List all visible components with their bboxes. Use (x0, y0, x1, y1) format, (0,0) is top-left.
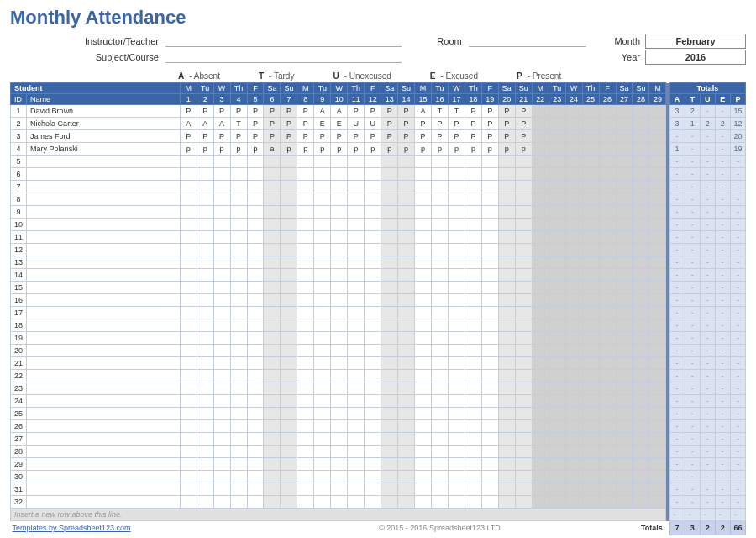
table-row[interactable]: 18----- (11, 319, 746, 332)
table-row[interactable]: 10----- (11, 219, 746, 231)
table-row[interactable]: 7----- (11, 181, 746, 193)
room-label: Room (418, 36, 469, 46)
table-row[interactable]: 28----- (11, 446, 746, 458)
table-row[interactable]: 32----- (11, 496, 746, 509)
table-row[interactable]: 6----- (11, 168, 746, 181)
student-header: Student (11, 83, 181, 94)
table-row[interactable]: 31----- (11, 483, 746, 496)
subject-field[interactable] (165, 51, 402, 63)
table-row[interactable]: 14----- (11, 269, 746, 282)
table-row[interactable]: 22----- (11, 370, 746, 382)
table-row[interactable]: 17----- (11, 307, 746, 319)
month-value[interactable]: February (645, 34, 746, 49)
table-row[interactable]: 13----- (11, 256, 746, 269)
table-row[interactable]: 26----- (11, 420, 746, 433)
year-value[interactable]: 2016 (645, 50, 746, 65)
table-row[interactable]: 27----- (11, 433, 746, 446)
footer-row: Templates by Spreadsheet123.com© 2015 - … (11, 521, 746, 535)
page-title: Monthly Attendance (10, 7, 746, 29)
table-row[interactable]: 15----- (11, 282, 746, 294)
instructor-field[interactable] (165, 35, 402, 47)
table-row[interactable]: 3James FordPPPPPPPPPPPPPPPPPPPPP----20 (11, 130, 746, 143)
table-row[interactable]: 5----- (11, 156, 746, 168)
table-row[interactable]: 23----- (11, 382, 746, 395)
table-row[interactable]: 30----- (11, 471, 746, 483)
table-row[interactable]: 12----- (11, 244, 746, 256)
template-link[interactable]: Templates by Spreadsheet123.com (11, 521, 281, 535)
table-row[interactable]: 8----- (11, 193, 746, 206)
table-row[interactable]: 9----- (11, 206, 746, 219)
totals-header: Totals (669, 83, 745, 94)
table-row[interactable]: 4Mary Polanskipppppappppppppppppppp1---1… (11, 143, 746, 156)
table-row[interactable]: 29----- (11, 458, 746, 471)
table-row[interactable]: 11----- (11, 231, 746, 244)
month-label: Month (603, 36, 645, 46)
room-field[interactable] (469, 35, 586, 47)
year-label: Year (603, 52, 645, 62)
table-row[interactable]: 24----- (11, 395, 746, 408)
attendance-table: StudentMTuWThFSaSuMTuWThFSaSuMTuWThFSaSu… (10, 82, 746, 535)
table-row[interactable]: 16----- (11, 294, 746, 307)
table-row[interactable]: 21----- (11, 357, 746, 370)
legend: A- Absent T- Tardy U- Unexcused E- Excus… (178, 71, 746, 81)
table-row[interactable]: 20----- (11, 345, 746, 357)
table-row[interactable]: 1David BrownPPPPPPPPAAPPPPATTPPPP32--15 (11, 105, 746, 118)
subject-label: Subject/Course (10, 52, 165, 62)
insert-hint-row: Insert a new row above this line.----- (11, 509, 746, 521)
table-row[interactable]: 2Nichola CarterAAATPPPPEEUUPPPPPPPPP3122… (11, 118, 746, 130)
instructor-label: Instructor/Teacher (10, 36, 165, 46)
table-row[interactable]: 19----- (11, 332, 746, 345)
table-row[interactable]: 25----- (11, 408, 746, 420)
